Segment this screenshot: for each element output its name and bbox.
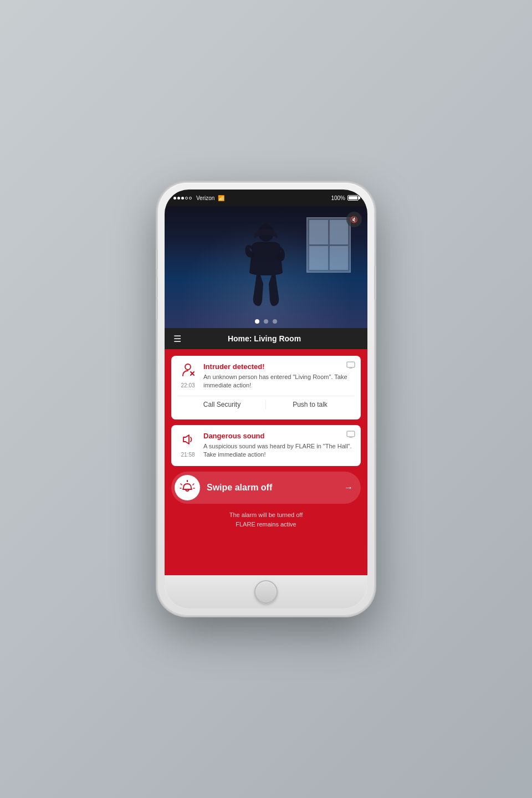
svg-line-12 xyxy=(193,484,194,485)
nav-bar: ☰ Home: Living Room xyxy=(165,328,367,349)
swipe-arrow-icon: → xyxy=(344,483,353,493)
signal-dot-1 xyxy=(173,197,176,200)
status-left: Verizon 📶 xyxy=(173,195,224,201)
swipe-alarm-button[interactable]: Swipe alarm off → xyxy=(171,472,361,504)
nav-title: Home: Living Room xyxy=(181,334,347,343)
carrier-name: Verizon xyxy=(196,195,214,201)
status-bar: Verizon 📶 100% xyxy=(165,190,367,206)
battery-fill xyxy=(349,196,357,200)
home-button-area xyxy=(165,575,367,608)
alarm-note-line1: The alarm will be turned off xyxy=(229,511,303,518)
nav-title-prefix: Home: xyxy=(228,334,254,343)
alarm-icon-circle xyxy=(175,475,200,500)
alert-intruder-desc: An unknown person has entered "Living Ro… xyxy=(203,373,354,390)
alert-sound-tv-icon[interactable] xyxy=(346,431,355,440)
alert-sound-body: Dangerous sound A suspicious sound was h… xyxy=(203,432,354,459)
dot-indicator-2 xyxy=(264,319,268,324)
svg-line-11 xyxy=(181,484,182,485)
intruder-silhouette xyxy=(241,223,291,311)
window-pane-2 xyxy=(330,220,349,244)
menu-button[interactable]: ☰ xyxy=(173,334,181,344)
home-button[interactable] xyxy=(254,580,278,603)
alert-sound-desc: A suspicious sound was heard by FLARE in… xyxy=(203,442,354,459)
phone-screen: Verizon 📶 100% xyxy=(165,190,367,608)
push-to-talk-button[interactable]: Push to talk xyxy=(266,396,354,413)
svg-rect-4 xyxy=(347,362,355,367)
alert-sound-title: Dangerous sound xyxy=(203,432,354,440)
svg-rect-8 xyxy=(347,431,355,437)
alert-intruder-actions: Call Security Push to talk xyxy=(178,396,354,413)
window-pane-3 xyxy=(309,246,328,270)
window-pane-1 xyxy=(309,220,328,244)
intruder-alert-icon xyxy=(180,362,196,380)
wifi-icon: 📶 xyxy=(218,195,224,201)
mute-button[interactable]: 🔇 xyxy=(346,212,362,227)
status-right: 100% xyxy=(331,195,359,201)
sound-alert-icon xyxy=(180,432,196,449)
battery-icon xyxy=(347,195,359,201)
nav-title-location: Living Room xyxy=(254,334,301,343)
dot-indicator-3 xyxy=(273,319,277,324)
signal-dot-3 xyxy=(181,197,184,200)
battery-shape xyxy=(347,195,359,201)
svg-marker-7 xyxy=(183,435,189,444)
alert-sound-icon-col: 21:58 xyxy=(178,432,198,458)
phone-device: Verizon 📶 100% xyxy=(158,183,374,615)
camera-feed: 🔇 xyxy=(165,206,367,328)
alert-card-sound: 21:58 Dangerous sound A suspicious sound… xyxy=(171,425,361,466)
main-content: 22:03 Intruder detected! An unknown pers… xyxy=(165,349,367,575)
signal-dots xyxy=(173,197,192,200)
signal-dot-4 xyxy=(185,197,188,200)
alert-intruder-tv-icon[interactable] xyxy=(346,361,355,371)
mute-icon: 🔇 xyxy=(350,216,358,223)
swipe-alarm-label: Swipe alarm off xyxy=(207,483,337,493)
signal-dot-2 xyxy=(177,197,180,200)
alert-intruder-title: Intruder detected! xyxy=(203,362,354,371)
alert-intruder-time: 22:03 xyxy=(181,382,195,388)
call-security-button[interactable]: Call Security xyxy=(178,396,266,413)
battery-percent-label: 100% xyxy=(331,195,345,201)
alarm-note: The alarm will be turned off FLARE remai… xyxy=(171,510,361,530)
window-pane-4 xyxy=(330,246,349,270)
background-window xyxy=(306,217,351,273)
carousel-dots xyxy=(255,319,277,324)
svg-point-1 xyxy=(185,364,191,370)
alert-intruder-header: 22:03 Intruder detected! An unknown pers… xyxy=(178,362,354,390)
alert-sound-time: 21:58 xyxy=(181,452,195,458)
alert-intruder-icon-col: 22:03 xyxy=(178,362,198,388)
dot-indicator-1 xyxy=(255,319,259,324)
signal-dot-5 xyxy=(189,197,192,200)
alarm-bell-icon xyxy=(180,478,195,497)
alert-sound-header: 21:58 Dangerous sound A suspicious sound… xyxy=(178,432,354,459)
alert-intruder-body: Intruder detected! An unknown person has… xyxy=(203,362,354,390)
alert-card-intruder: 22:03 Intruder detected! An unknown pers… xyxy=(171,356,361,420)
alarm-note-line2: FLARE remains active xyxy=(236,521,296,528)
